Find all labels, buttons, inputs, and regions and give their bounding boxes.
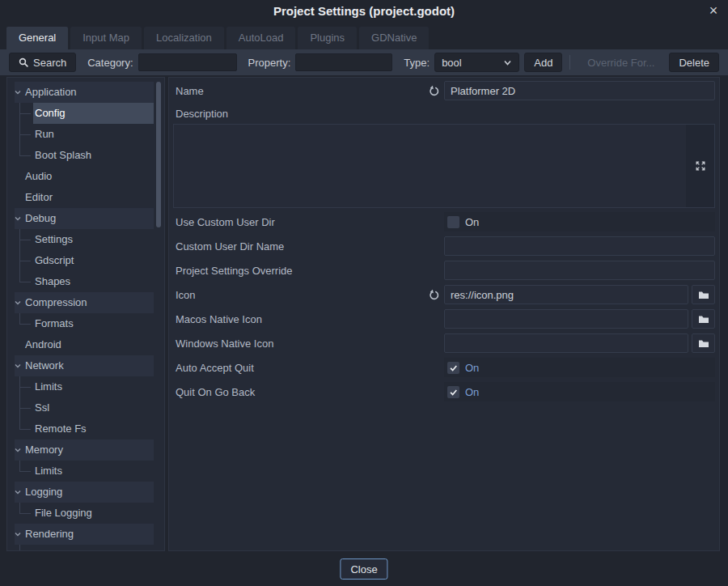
tab-autoload[interactable]: AutoLoad (226, 27, 296, 49)
sidebar-item-network[interactable]: Network (7, 355, 164, 376)
checkbox-checked[interactable] (447, 386, 459, 398)
chevron-down-icon[interactable] (14, 446, 22, 454)
property-label: Project Settings Override (176, 265, 444, 277)
property-label: Windows Native Icon (176, 338, 444, 350)
checkbox-value-label: On (465, 216, 479, 228)
revert-icon[interactable] (428, 85, 442, 97)
tree-guide (19, 408, 31, 409)
search-button-label: Search (33, 57, 66, 69)
sidebar-item-android[interactable]: Android (7, 334, 164, 355)
expand-button[interactable] (686, 125, 714, 207)
sidebar-item-compression[interactable]: Compression (7, 292, 164, 313)
add-button-label: Add (534, 57, 552, 69)
search-icon (19, 57, 29, 68)
tree-guide (19, 313, 20, 324)
sidebar-item-rendering[interactable]: Rendering (7, 524, 164, 545)
property-label: Name (176, 85, 428, 97)
sidebar-item-run[interactable]: Run (7, 124, 164, 145)
tab-plugins[interactable]: Plugins (298, 27, 357, 49)
sidebar-item-boot-splash[interactable]: Boot Splash (7, 145, 164, 166)
title-bar: Project Settings (project.godot) × (0, 0, 728, 27)
checkbox-checked[interactable] (447, 362, 459, 374)
close-icon[interactable]: × (705, 2, 722, 19)
tree-item-label: Ssl (35, 397, 49, 418)
sidebar-item-shapes[interactable]: Shapes (7, 271, 164, 292)
tree-guide (19, 155, 31, 156)
icon-path-field[interactable] (444, 285, 688, 304)
folder-icon (698, 338, 709, 348)
property-label: Description (176, 108, 715, 120)
tree-item-label: Compression (25, 292, 87, 313)
property-label: Use Custom User Dir (176, 216, 444, 228)
chevron-down-icon[interactable] (14, 362, 22, 370)
delete-button[interactable]: Delete (669, 53, 719, 72)
sidebar-item-file-logging[interactable]: File Logging (7, 503, 164, 524)
property-input[interactable] (295, 53, 392, 71)
sidebar-item-gdscript[interactable]: Gdscript (7, 250, 164, 271)
sidebar-scrollbar[interactable] (156, 82, 161, 227)
sidebar-item-logging[interactable]: Logging (7, 482, 164, 503)
tree-item-label: Settings (35, 229, 73, 250)
property-row-name: Name (176, 81, 715, 100)
tree-item-label: Editor (25, 187, 53, 208)
sidebar-item-memory[interactable]: Memory (7, 440, 164, 461)
browse-windows-icon-button[interactable] (692, 333, 715, 353)
property-row-custom-user-dir-name: Custom User Dir Name (176, 236, 715, 256)
chevron-down-icon[interactable] (14, 299, 22, 307)
chevron-down-icon[interactable] (14, 88, 22, 96)
tree-guide (19, 145, 20, 155)
sidebar-item-editor[interactable]: Editor (7, 187, 164, 208)
tree-item-label: Formats (35, 313, 74, 334)
checkbox-value-label: On (465, 362, 479, 374)
sidebar-item-remote-fs[interactable]: Remote Fs (7, 418, 164, 440)
chevron-down-icon[interactable] (14, 214, 22, 223)
tree-guide (19, 240, 31, 240)
windows-native-icon-field[interactable] (444, 333, 688, 353)
search-button[interactable]: Search (9, 53, 76, 72)
checkbox-unchecked[interactable] (447, 216, 459, 228)
properties-panel: Name Description Use Custom User Dir On (168, 77, 720, 551)
tree-guide (19, 387, 31, 388)
chevron-down-icon[interactable] (14, 488, 22, 496)
sidebar-item-application[interactable]: Application (7, 82, 164, 103)
name-field[interactable] (444, 81, 715, 100)
sidebar-item-settings[interactable]: Settings (7, 229, 164, 250)
tab-input-map[interactable]: Input Map (70, 27, 142, 49)
description-textarea[interactable] (173, 124, 715, 208)
delete-button-label: Delete (679, 57, 709, 69)
close-button[interactable]: Close (340, 558, 387, 580)
add-button[interactable]: Add (524, 53, 562, 72)
sidebar-item-audio[interactable]: Audio (7, 166, 164, 187)
tree-guide (19, 503, 20, 513)
browse-macos-icon-button[interactable] (692, 309, 715, 329)
custom-user-dir-name-field[interactable] (444, 236, 715, 256)
property-row-windows-native-icon: Windows Native Icon (176, 333, 715, 353)
project-settings-override-field[interactable] (444, 261, 715, 280)
chevron-down-icon[interactable] (14, 530, 22, 538)
tree-item-label: Remote Fs (35, 418, 87, 440)
sidebar-item-debug[interactable]: Debug (7, 208, 164, 229)
sidebar-item-memory-limits[interactable]: Limits (7, 461, 164, 482)
category-input[interactable] (138, 53, 237, 71)
sidebar-item-ssl[interactable]: Ssl (7, 397, 164, 418)
type-dropdown[interactable]: bool (434, 53, 519, 72)
property-row-quit-on-go-back: Quit On Go Back On (176, 382, 715, 401)
override-for-button: Override For... (578, 53, 664, 72)
sidebar-item-network-limits[interactable]: Limits (7, 376, 164, 397)
property-label: Auto Accept Quit (176, 362, 444, 374)
property-row-macos-native-icon: Macos Native Icon (176, 309, 715, 329)
sidebar-item-config[interactable]: Config (7, 103, 164, 124)
tree-item-label: Config (35, 103, 66, 124)
tab-localization[interactable]: Localization (144, 27, 224, 49)
macos-native-icon-field[interactable] (444, 309, 688, 329)
tree-guide (19, 261, 31, 261)
revert-icon[interactable] (428, 289, 442, 301)
tree-item-label: Run (35, 124, 54, 145)
browse-icon-button[interactable] (692, 285, 715, 304)
override-for-label: Override For... (587, 57, 654, 69)
folder-icon (698, 290, 709, 299)
tab-gdnative[interactable]: GDNative (359, 27, 429, 49)
sidebar-item-formats[interactable]: Formats (7, 313, 164, 334)
tree-item-label: Rendering (25, 524, 74, 545)
tab-general[interactable]: General (6, 27, 68, 49)
